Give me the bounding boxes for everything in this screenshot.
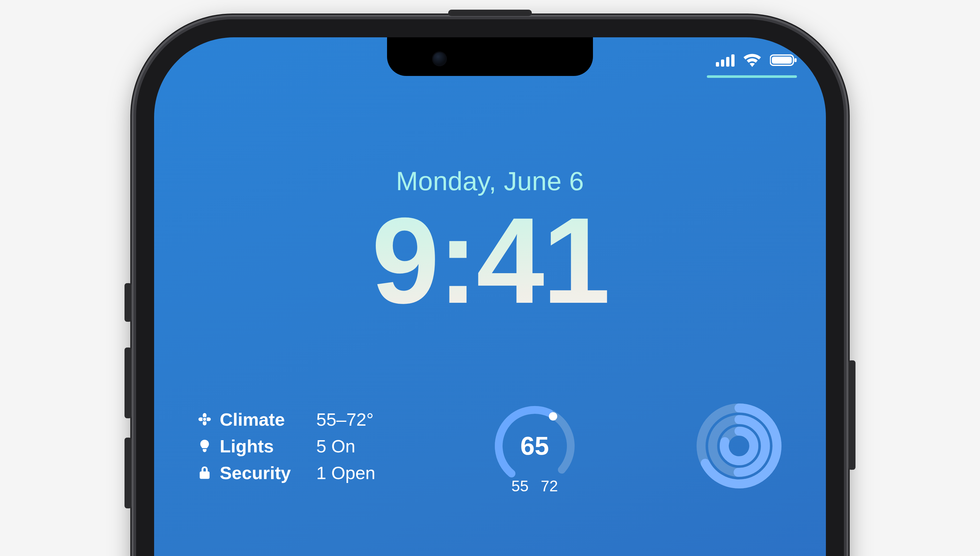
lock-screen[interactable]: Monday, June 6 9:41 Climate 55–72° Light… xyxy=(154,37,826,556)
phone-body: Monday, June 6 9:41 Climate 55–72° Light… xyxy=(136,19,844,556)
status-underline xyxy=(707,75,797,78)
activity-rings-widget[interactable] xyxy=(694,401,784,491)
home-row-value: 55–72° xyxy=(316,409,375,430)
battery-icon xyxy=(770,54,797,66)
wifi-icon xyxy=(743,53,762,67)
home-row-label: Lights xyxy=(220,436,310,457)
home-row-value: 5 On xyxy=(316,436,375,457)
lockscreen-time: 9:41 xyxy=(154,199,826,322)
temperature-widget[interactable]: 65 55 72 xyxy=(490,401,580,491)
volume-down-button[interactable] xyxy=(124,438,132,508)
home-row-value: 1 Open xyxy=(316,462,375,483)
bulb-icon xyxy=(196,436,213,457)
svg-rect-1 xyxy=(721,60,724,66)
svg-rect-6 xyxy=(794,58,797,62)
mute-switch[interactable] xyxy=(124,283,132,322)
fan-icon xyxy=(196,409,213,430)
power-button[interactable] xyxy=(848,360,856,470)
cellular-signal-icon xyxy=(716,54,735,66)
lockscreen-date: Monday, June 6 xyxy=(154,166,826,196)
svg-rect-5 xyxy=(772,57,792,64)
temperature-low: 55 xyxy=(511,477,528,495)
earpiece-speaker xyxy=(448,10,532,16)
home-widget[interactable]: Climate 55–72° Lights 5 On Security 1 Op… xyxy=(196,409,375,483)
status-bar xyxy=(716,53,797,67)
svg-rect-3 xyxy=(731,54,735,66)
notch xyxy=(387,37,593,76)
svg-point-7 xyxy=(203,418,206,421)
svg-rect-0 xyxy=(716,62,719,66)
front-camera xyxy=(432,52,447,66)
widgets-row: Climate 55–72° Lights 5 On Security 1 Op… xyxy=(196,401,784,491)
home-row-label: Security xyxy=(220,462,310,483)
home-row-label: Climate xyxy=(220,409,310,430)
temperature-high: 72 xyxy=(541,477,558,495)
svg-rect-2 xyxy=(726,57,730,66)
lock-icon xyxy=(196,462,213,483)
volume-up-button[interactable] xyxy=(124,348,132,418)
